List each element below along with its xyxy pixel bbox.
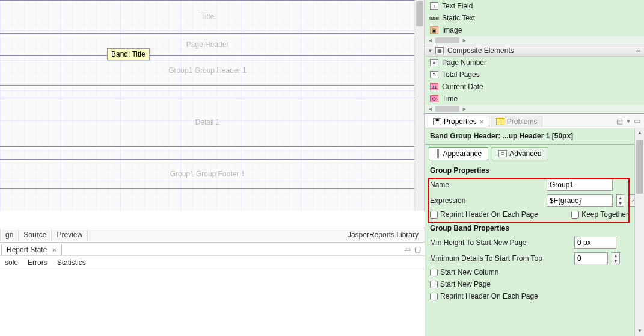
close-icon[interactable]: ✕	[479, 119, 484, 125]
band-title[interactable]: Title	[0, 0, 415, 34]
input-name[interactable]	[547, 179, 613, 191]
textfield-icon: T	[430, 2, 438, 10]
checkbox-start-new-page[interactable]: Start New Page	[430, 280, 491, 288]
band-groupfooter-label: Group1 Group Footer 1	[170, 170, 245, 178]
composite-icon: ▦	[435, 47, 444, 54]
pin-icon[interactable]: ∞	[636, 48, 640, 54]
close-icon[interactable]: ✕	[52, 247, 57, 254]
input-min-details[interactable]	[574, 252, 608, 264]
label-min-details: Minimum Details To Start From Top	[430, 254, 571, 263]
palette-time[interactable]: ⏲Time	[425, 93, 644, 105]
editor-area: Title Page Header Group1 Group Header 1 …	[0, 0, 425, 336]
palette-image[interactable]: ▣Image	[425, 24, 644, 36]
palette-section-composite[interactable]: ▾▦Composite Elements∞	[425, 45, 644, 57]
properties-header: Band Group Header: ...up Header 1 [50px]…	[425, 128, 644, 145]
label-name: Name	[430, 181, 543, 189]
statictext-icon: label	[430, 14, 438, 22]
date-icon: 31	[430, 83, 438, 90]
view-menu-icon[interactable]: ▤	[616, 117, 623, 125]
scroll-down-icon[interactable]: ▼	[637, 328, 642, 334]
toggle-appearance[interactable]: ║Appearance	[429, 147, 488, 160]
checkbox-reprint-header[interactable]: Reprint Header On Each Page	[430, 210, 538, 219]
section-group-properties: Group Properties	[425, 163, 644, 177]
toggle-advanced[interactable]: ≡Advanced	[492, 147, 548, 160]
palette: TText Field labelStatic Text ▣Image ◄► ▾…	[425, 0, 644, 113]
time-icon: ⏲	[430, 95, 438, 102]
totalpages-icon: Σ	[430, 71, 438, 78]
report-state-label: Report State	[7, 246, 47, 254]
right-panel: TText Field labelStatic Text ▣Image ◄► ▾…	[425, 0, 644, 336]
input-expression[interactable]	[547, 194, 613, 207]
checkbox-reprint-header-2[interactable]: Reprint Header On Each Page	[430, 292, 538, 300]
scroll-thumb[interactable]	[636, 140, 643, 194]
tab-design[interactable]: gn	[0, 229, 19, 241]
mindetails-spinner[interactable]: ▲▼	[612, 252, 620, 264]
input-min-height[interactable]	[574, 237, 616, 249]
properties-icon: ≣	[433, 118, 441, 125]
canvas-viewport: Title Page Header Group1 Group Header 1 …	[0, 0, 425, 211]
palette-total-pages[interactable]: ΣTotal Pages	[425, 69, 644, 81]
band-detail[interactable]: Detail 1	[0, 98, 415, 147]
editor-tabrow: gn Source Preview JasperReports Library	[0, 228, 425, 241]
tab-source[interactable]: Source	[19, 229, 52, 241]
palette-hscroll[interactable]: ◄►	[425, 36, 644, 45]
palette-page-number[interactable]: #Page Number	[425, 57, 644, 69]
maximize-icon[interactable]: ▢	[414, 245, 421, 254]
pagenum-icon: #	[430, 59, 438, 66]
band-group-header[interactable]: Group1 Group Header 1	[0, 55, 415, 86]
band-tooltip: Band: Title	[107, 48, 150, 60]
subtab-errors[interactable]: Errors	[23, 257, 52, 269]
lower-panel: Report State ✕ ▭ ▢ sole Errors Statistic…	[0, 242, 425, 336]
subtab-statistics[interactable]: Statistics	[52, 257, 91, 269]
scroll-up-icon[interactable]: ▲	[637, 130, 642, 135]
band-page-header[interactable]: Page Header	[0, 34, 415, 55]
checkbox-start-new-column[interactable]: Start New Column	[430, 268, 498, 276]
canvas-vscrollbar[interactable]: ▲	[414, 0, 424, 211]
band-detail-label: Detail 1	[195, 118, 220, 126]
palette-hscroll-2[interactable]: ◄►	[425, 105, 644, 113]
properties-vscrollbar[interactable]: ▲ ▼	[634, 128, 644, 336]
expression-spinner[interactable]: ▲▼	[616, 194, 624, 207]
properties-body: Group Properties Name Expression ▲▼ ○ Re…	[425, 163, 644, 303]
label-expression: Expression	[430, 196, 543, 205]
properties-area: ≣Properties✕ !Problems ▤▾▭ Band Group He…	[425, 113, 644, 303]
band-title-label: Title	[201, 13, 214, 21]
tab-preview[interactable]: Preview	[52, 229, 88, 241]
library-label: JasperReports Library	[348, 231, 425, 239]
palette-current-date[interactable]: 31Current Date	[425, 81, 644, 93]
image-icon: ▣	[430, 26, 438, 34]
palette-static-text[interactable]: labelStatic Text	[425, 12, 644, 24]
tab-properties[interactable]: ≣Properties✕	[428, 116, 489, 127]
advanced-icon: ≡	[498, 150, 507, 157]
label-min-height: Min Height To Start New Page	[430, 238, 571, 247]
palette-text-field[interactable]: TText Field	[425, 0, 644, 12]
section-group-band-properties: Group Band Properties	[425, 220, 644, 235]
checkbox-keep-together[interactable]: Keep Together	[571, 210, 628, 219]
scroll-thumb[interactable]	[416, 1, 423, 26]
subtab-console[interactable]: sole	[0, 257, 23, 269]
tab-report-state[interactable]: Report State ✕	[1, 244, 62, 255]
tab-problems[interactable]: !Problems	[491, 116, 543, 127]
appearance-icon: ║	[435, 149, 441, 158]
chevron-down-icon: ▾	[429, 48, 432, 54]
band-pageheader-label: Page Header	[186, 40, 229, 49]
minimize-icon[interactable]: ▭	[404, 245, 411, 254]
band-groupheader-label: Group1 Group Header 1	[168, 66, 246, 75]
dropdown-icon[interactable]: ▾	[627, 117, 630, 125]
problems-icon: !	[496, 118, 504, 125]
report-canvas[interactable]: Title Page Header Group1 Group Header 1 …	[0, 0, 415, 211]
band-group-footer[interactable]: Group1 Group Footer 1	[0, 159, 415, 189]
min-icon[interactable]: ▭	[634, 117, 640, 125]
